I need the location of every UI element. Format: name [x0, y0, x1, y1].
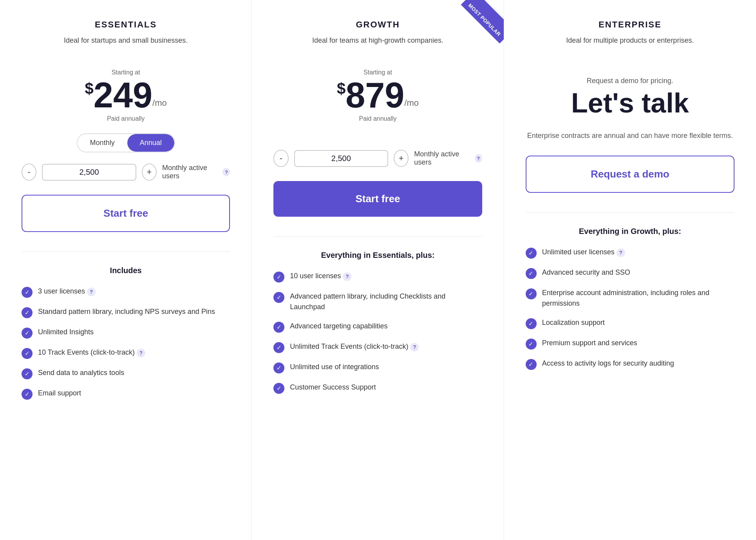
list-item: ✓ Unlimited Insights [22, 327, 230, 339]
essentials-monthly-toggle[interactable]: Monthly [78, 134, 127, 152]
check-icon: ✓ [22, 348, 33, 359]
enterprise-contract-note: Enterprise contracts are annual and can … [526, 130, 734, 141]
list-item: ✓ Access to activity logs for security a… [526, 358, 734, 370]
essentials-plan-name: ESSENTIALS [22, 20, 230, 30]
list-item: ✓ Unlimited use of integrations [273, 362, 482, 373]
pricing-grid: ESSENTIALS Ideal for startups and small … [0, 0, 756, 540]
growth-dollar-sign: $ [337, 81, 345, 96]
list-item: ✓ Advanced targeting capabilities [273, 321, 482, 333]
check-icon: ✓ [526, 359, 537, 370]
help-icon[interactable]: ? [343, 272, 351, 281]
growth-features-list: ✓ 10 user licenses ? ✓ Advanced pattern … [273, 271, 482, 394]
essentials-annual-toggle[interactable]: Annual [127, 134, 174, 152]
essentials-price-period: /mo [152, 98, 167, 108]
essentials-paid-annually: Paid annually [22, 115, 230, 122]
list-item: ✓ Email support [22, 388, 230, 400]
check-icon: ✓ [273, 342, 284, 353]
feature-text: Standard pattern library, including NPS … [38, 306, 215, 317]
list-item: ✓ Enterprise account administration, inc… [526, 288, 734, 309]
growth-starting-at: Starting at [273, 69, 482, 76]
essentials-cta-button[interactable]: Start free [22, 195, 230, 232]
feature-text: 3 user licenses ? [38, 286, 96, 297]
check-icon: ✓ [526, 248, 537, 259]
enterprise-features-list: ✓ Unlimited user licenses ? ✓ Advanced s… [526, 247, 734, 370]
list-item: ✓ Unlimited Track Events (click-to-track… [273, 341, 482, 353]
help-icon[interactable]: ? [137, 349, 145, 357]
check-icon: ✓ [22, 307, 33, 318]
enterprise-price-area: Request a demo for pricing. Let's talk [526, 69, 734, 130]
help-icon[interactable]: ? [87, 288, 96, 296]
enterprise-features-header: Everything in Growth, plus: [526, 227, 734, 236]
feature-text: Enterprise account administration, inclu… [542, 288, 734, 309]
feature-text: Advanced security and SSO [542, 267, 630, 278]
growth-features-header: Everything in Essentials, plus: [273, 251, 482, 260]
feature-text: Unlimited use of integrations [290, 362, 379, 372]
growth-plan-desc: Ideal for teams at high-growth companies… [273, 35, 482, 57]
essentials-price-amount: 249 [94, 78, 152, 113]
enterprise-plan: ENTERPRISE Ideal for multiple products o… [504, 0, 756, 540]
growth-mau-increase[interactable]: + [394, 150, 409, 167]
essentials-divider [22, 252, 230, 252]
help-icon[interactable]: ? [410, 343, 419, 352]
enterprise-cta-button[interactable]: Request a demo [526, 156, 734, 193]
feature-text: Unlimited Track Events (click-to-track) … [290, 341, 419, 352]
feature-text: Premium support and services [542, 338, 637, 348]
list-item: ✓ Advanced pattern library, including Ch… [273, 291, 482, 312]
check-icon: ✓ [22, 368, 33, 379]
essentials-plan: ESSENTIALS Ideal for startups and small … [0, 0, 252, 540]
growth-price-row: $ 879 /mo [273, 78, 482, 113]
growth-plan: MOST POPULAR GROWTH Ideal for teams at h… [252, 0, 504, 540]
growth-cta-button[interactable]: Start free [273, 181, 482, 217]
list-item: ✓ Standard pattern library, including NP… [22, 306, 230, 318]
list-item: ✓ Advanced security and SSO [526, 267, 734, 279]
essentials-starting-at: Starting at [22, 69, 230, 76]
essentials-dollar-sign: $ [85, 81, 94, 96]
enterprise-divider [526, 212, 734, 213]
growth-mau-help-icon[interactable]: ? [475, 154, 482, 163]
list-item: ✓ Customer Success Support [273, 382, 482, 394]
growth-mau-decrease[interactable]: - [273, 150, 288, 167]
essentials-features-list: ✓ 3 user licenses ? ✓ Standard pattern l… [22, 286, 230, 400]
essentials-plan-desc: Ideal for startups and small businesses. [22, 35, 230, 57]
feature-text: 10 user licenses ? [290, 271, 351, 281]
check-icon: ✓ [273, 362, 284, 373]
check-icon: ✓ [22, 389, 33, 400]
essentials-mau-input[interactable] [42, 164, 136, 181]
growth-mau-label: Monthly active users [414, 150, 469, 167]
feature-text: 10 Track Events (click-to-track) ? [38, 347, 145, 358]
essentials-price-row: $ 249 /mo [22, 78, 230, 113]
check-icon: ✓ [526, 288, 537, 299]
essentials-billing-toggle: Monthly Annual [22, 133, 230, 152]
essentials-mau-label: Monthly active users [162, 164, 217, 180]
growth-price-amount: 879 [345, 78, 404, 113]
check-icon: ✓ [273, 272, 284, 283]
essentials-toggle-container[interactable]: Monthly Annual [77, 133, 175, 152]
check-icon: ✓ [273, 383, 284, 394]
check-icon: ✓ [526, 268, 537, 279]
enterprise-plan-desc: Ideal for multiple products or enterpris… [526, 35, 734, 57]
essentials-mau-help-icon[interactable]: ? [222, 168, 230, 176]
growth-mau-row: - + Monthly active users ? [273, 150, 482, 167]
feature-text: Unlimited user licenses ? [542, 247, 625, 257]
essentials-mau-row: - + Monthly active users ? [22, 163, 230, 181]
list-item: ✓ Send data to analytics tools [22, 368, 230, 379]
check-icon: ✓ [22, 287, 33, 298]
growth-price-period: /mo [404, 98, 419, 108]
essentials-mau-increase[interactable]: + [142, 163, 157, 181]
feature-text: Access to activity logs for security aud… [542, 358, 674, 369]
check-icon: ✓ [273, 292, 284, 303]
growth-divider [273, 236, 482, 237]
feature-text: Unlimited Insights [38, 327, 94, 337]
help-icon[interactable]: ? [617, 248, 625, 257]
essentials-mau-decrease[interactable]: - [22, 163, 36, 181]
list-item: ✓ 10 Track Events (click-to-track) ? [22, 347, 230, 359]
check-icon: ✓ [526, 339, 537, 350]
enterprise-lets-talk: Let's talk [526, 88, 734, 118]
feature-text: Localization support [542, 317, 605, 328]
feature-text: Customer Success Support [290, 382, 376, 393]
growth-plan-name: GROWTH [273, 20, 482, 30]
growth-mau-input[interactable] [294, 150, 389, 167]
feature-text: Email support [38, 388, 81, 399]
list-item: ✓ Premium support and services [526, 338, 734, 350]
check-icon: ✓ [273, 322, 284, 333]
